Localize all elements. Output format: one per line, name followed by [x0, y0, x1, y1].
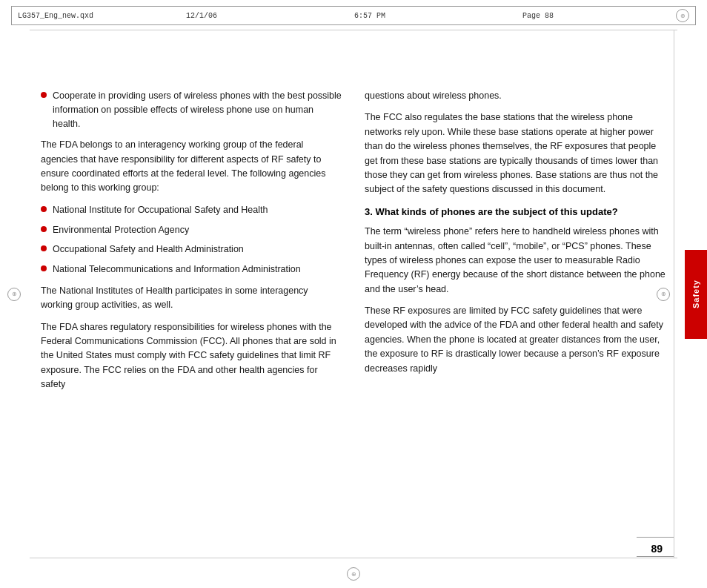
right-paragraph-3: The term “wireless phone” refers here to… [365, 225, 666, 297]
bullet-intro-text: Cooperate in providing users of wireless… [53, 89, 342, 131]
left-column: Cooperate in providing users of wireless… [41, 41, 342, 547]
bullet-text-3: Occupational Safety and Health Administr… [53, 242, 244, 257]
bullet-text-1: National Institute for Occupational Safe… [53, 203, 268, 217]
bullet-dot-4 [41, 265, 47, 271]
right-paragraph-1: questions about wireless phones. [365, 89, 666, 103]
registration-mark-left: ⊕ [7, 288, 21, 301]
header-filename: LG357_Eng_new.qxd [18, 12, 171, 20]
bullet-item-1: National Institute for Occupational Safe… [41, 203, 342, 217]
bullet-item-intro: Cooperate in providing users of wireless… [41, 89, 342, 131]
page-border-top [30, 30, 677, 30]
safety-label: Safety [691, 280, 700, 308]
left-paragraph-1: The FDA belongs to an interagency workin… [41, 138, 342, 196]
header-page: Page 88 [522, 12, 676, 20]
header-date: 12/1/06 [186, 12, 339, 20]
left-paragraph-3: The FDA shares regulatory responsibiliti… [41, 320, 342, 392]
bullet-dot-1 [41, 206, 47, 212]
bullet-item-3: Occupational Safety and Health Administr… [41, 242, 342, 257]
bullet-item-4: National Telecommunications and Informat… [41, 262, 342, 277]
intro-bullet-list: Cooperate in providing users of wireless… [41, 89, 342, 131]
bullet-list: National Institute for Occupational Safe… [41, 203, 342, 277]
right-line-bottom [637, 556, 674, 557]
registration-mark-header: ⊕ [676, 9, 689, 22]
section-heading: 3. What kinds of phones are the subject … [365, 205, 666, 219]
right-paragraph-4: These RF exposures are limited by FCC sa… [365, 304, 666, 376]
bullet-dot [41, 92, 47, 98]
right-vertical-line [674, 30, 674, 558]
bullet-text-4: National Telecommunications and Informat… [53, 262, 301, 277]
bullet-dot-2 [41, 226, 47, 232]
header-bar: LG357_Eng_new.qxd 12/1/06 6:57 PM Page 8… [11, 6, 696, 25]
right-column: questions about wireless phones. The FCC… [365, 41, 666, 547]
bullet-item-2: Environmental Protection Agency [41, 223, 342, 237]
bullet-text-2: Environmental Protection Agency [53, 223, 189, 237]
registration-mark-bottom: ⊕ [347, 567, 360, 581]
bullet-dot-3 [41, 245, 47, 251]
right-paragraph-2: The FCC also regulates the base stations… [365, 110, 666, 196]
left-paragraph-2: The National Institutes of Health partic… [41, 284, 342, 313]
safety-sidebar: Safety [685, 250, 707, 339]
header-time: 6:57 PM [354, 12, 508, 20]
page-border-bottom [30, 558, 677, 558]
main-content: Cooperate in providing users of wireless… [41, 41, 666, 547]
